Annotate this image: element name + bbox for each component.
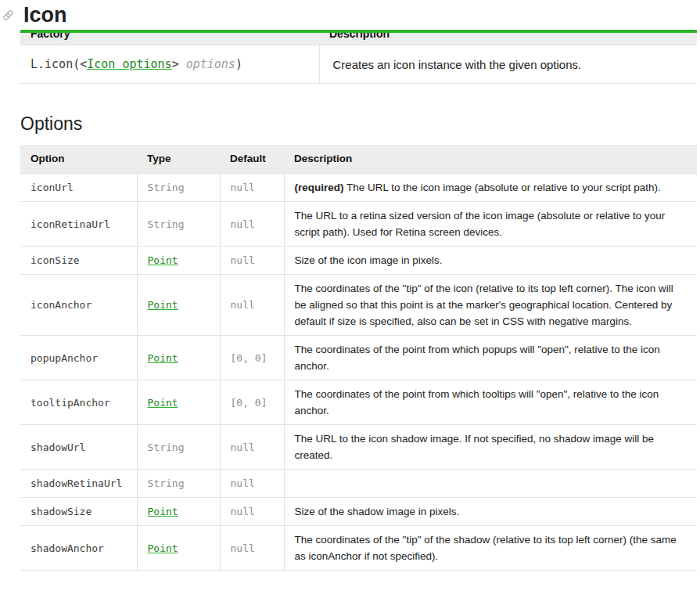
factory-description: Creates an icon instance with the given …: [319, 45, 697, 84]
option-description: The URL to a retina sized version of the…: [284, 202, 697, 247]
factory-code-cell: L.icon(<Icon options> options): [20, 45, 319, 84]
option-row-shadowUrl: shadowUrl String null The URL to the ico…: [20, 425, 697, 470]
option-name: shadowAnchor: [20, 526, 137, 571]
option-type: String: [137, 470, 220, 498]
option-name: iconRetinaUrl: [20, 202, 137, 247]
api-doc-page: Icon Factory Description L.icon(<Icon op…: [0, 4, 700, 571]
point-link[interactable]: Point: [148, 254, 178, 266]
option-type: Point: [137, 247, 220, 275]
option-default: null: [220, 275, 284, 336]
option-type: String: [137, 202, 220, 247]
option-default: null: [220, 470, 284, 498]
option-row-popupAnchor: popupAnchor Point [0, 0] The coordinates…: [20, 336, 697, 380]
option-default: null: [220, 498, 284, 526]
option-description: [284, 470, 697, 498]
option-row-shadowRetinaUrl: shadowRetinaUrl String null: [20, 470, 697, 498]
option-name: iconSize: [20, 247, 137, 275]
factory-header-description: Description: [319, 31, 697, 45]
factory-header-factory: Factory: [20, 31, 319, 45]
option-row-iconRetinaUrl: iconRetinaUrl String null The URL to a r…: [20, 202, 697, 247]
option-type: Point: [137, 380, 220, 425]
factory-header-row: Factory Description: [20, 31, 697, 45]
option-type: Point: [137, 275, 220, 336]
option-description: The coordinates of the point from which …: [284, 336, 697, 380]
page-title: Icon: [23, 4, 700, 27]
factory-row: L.icon(<Icon options> options) Creates a…: [20, 45, 697, 84]
factory-arg: options: [186, 57, 235, 71]
options-table: Option Type Default Description iconUrl …: [20, 145, 697, 571]
option-default: null: [220, 247, 284, 275]
point-link[interactable]: Point: [148, 506, 178, 517]
option-row-shadowSize: shadowSize Point null Size of the shadow…: [20, 498, 697, 526]
option-name: shadowUrl: [20, 425, 137, 470]
option-type: Point: [137, 336, 220, 380]
factory-code-close: ): [235, 57, 242, 71]
options-header-option: Option: [20, 145, 137, 174]
option-name: tooltipAnchor: [20, 380, 137, 425]
option-description: Size of the shadow image in pixels.: [284, 498, 697, 526]
option-name: popupAnchor: [20, 336, 137, 380]
option-name: iconUrl: [20, 174, 137, 202]
option-description: Size of the icon image in pixels.: [284, 247, 697, 275]
option-default: null: [220, 202, 284, 247]
section-heading-row: Icon: [23, 4, 700, 27]
options-heading: Options: [20, 113, 700, 135]
option-description: (required) The URL to the icon image (ab…: [284, 174, 697, 202]
option-name: iconAnchor: [20, 275, 137, 336]
option-row-iconSize: iconSize Point null Size of the icon ima…: [20, 247, 697, 275]
option-row-tooltipAnchor: tooltipAnchor Point [0, 0] The coordinat…: [20, 380, 697, 425]
factory-code-mid: >: [172, 57, 186, 71]
point-link[interactable]: Point: [148, 299, 178, 311]
option-description: The coordinates of the "tip" of the icon…: [284, 275, 697, 336]
point-link[interactable]: Point: [148, 397, 178, 409]
option-row-iconAnchor: iconAnchor Point null The coordinates of…: [20, 275, 697, 336]
option-name: shadowSize: [20, 498, 137, 526]
icon-options-link[interactable]: Icon options: [87, 57, 171, 71]
option-default: [0, 0]: [220, 336, 284, 380]
factory-table: Factory Description L.icon(<Icon options…: [20, 30, 697, 84]
option-type: Point: [137, 526, 220, 571]
options-header-default: Default: [220, 145, 284, 174]
option-default: null: [220, 425, 284, 470]
option-default: null: [220, 174, 284, 202]
point-link[interactable]: Point: [148, 352, 178, 364]
factory-code-open: L.icon(<: [31, 57, 87, 71]
option-description: The coordinates of the point from which …: [284, 380, 697, 425]
options-header-row: Option Type Default Description: [20, 145, 697, 174]
option-type: Point: [137, 498, 220, 526]
option-description: The URL to the icon shadow image. If not…: [284, 425, 697, 470]
option-type: String: [137, 174, 220, 202]
option-row-shadowAnchor: shadowAnchor Point null The coordinates …: [20, 526, 697, 571]
options-header-type: Type: [137, 145, 220, 174]
options-header-description: Description: [284, 145, 697, 174]
option-type: String: [137, 425, 220, 470]
chain-link-icon[interactable]: [2, 9, 14, 21]
option-name: shadowRetinaUrl: [20, 470, 137, 498]
option-description: The coordinates of the "tip" of the shad…: [284, 526, 697, 571]
option-default: null: [220, 526, 284, 571]
point-link[interactable]: Point: [148, 542, 178, 554]
option-default: [0, 0]: [220, 380, 284, 425]
option-row-iconUrl: iconUrl String null (required) The URL t…: [20, 174, 697, 202]
